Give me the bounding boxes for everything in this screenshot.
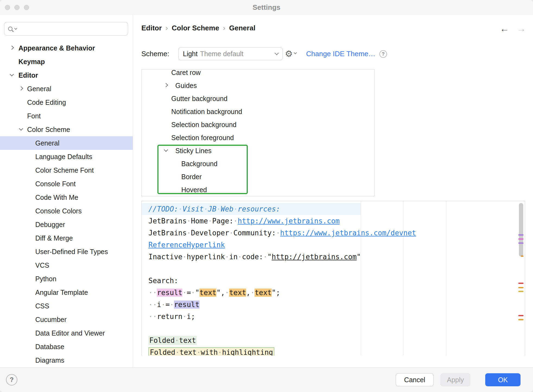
chevron-right-icon[interactable] [164, 83, 168, 87]
sidebar-item-general[interactable]: General [0, 82, 133, 96]
option-item-border[interactable]: Border [142, 170, 374, 183]
chevron-down-icon[interactable] [164, 148, 168, 152]
option-item-guides[interactable]: Guides [142, 79, 374, 92]
sidebar-item-css[interactable]: CSS [0, 299, 133, 313]
titlebar: Settings [0, 0, 533, 15]
sidebar-item-code-with-me[interactable]: Code With Me [0, 191, 133, 204]
sidebar-item-appearance-behavior[interactable]: Appearance & Behavior [0, 41, 133, 55]
sidebar-item-general[interactable]: General [0, 136, 133, 150]
chevron-right-icon[interactable] [10, 46, 14, 50]
sidebar-item-keymap[interactable]: Keymap [0, 55, 133, 68]
help-button[interactable]: ? [6, 374, 17, 385]
option-item-notification-background[interactable]: Notification background [142, 105, 374, 118]
sidebar-item-color-scheme-font[interactable]: Color Scheme Font [0, 163, 133, 177]
gear-icon: ⚙ [285, 49, 293, 58]
sidebar-item-label: Python [35, 275, 56, 283]
sidebar-item-console-font[interactable]: Console Font [0, 177, 133, 191]
back-arrow-icon[interactable]: ← [500, 23, 509, 34]
error-stripe-mark[interactable] [518, 234, 524, 236]
sidebar-item-angular-template[interactable]: Angular Template [0, 286, 133, 299]
option-item-sticky-lines[interactable]: Sticky Lines [142, 144, 374, 157]
option-item-gutter-background[interactable]: Gutter background [142, 92, 374, 105]
breadcrumb-general: General [229, 24, 255, 32]
error-stripe-mark[interactable] [518, 287, 524, 288]
error-stripe-mark[interactable] [521, 255, 524, 257]
error-stripe-mark[interactable] [518, 238, 524, 240]
search-history-chevron-icon[interactable] [14, 27, 17, 30]
code-line [142, 263, 525, 275]
settings-search-box[interactable] [4, 22, 128, 36]
sidebar-item-diagrams[interactable]: Diagrams [0, 353, 133, 367]
scheme-dropdown[interactable]: Light Theme default [178, 47, 283, 60]
scrollbar-thumb[interactable] [519, 203, 523, 257]
sidebar-item-color-scheme[interactable]: Color Scheme [0, 123, 133, 136]
code-line: Folded·text·with·highlighting [142, 346, 525, 356]
error-stripe-mark[interactable] [518, 315, 524, 316]
sidebar-item-data-editor-and-viewer[interactable]: Data Editor and Viewer [0, 326, 133, 340]
scheme-dropdown-value: Light [183, 50, 198, 58]
sidebar-item-cucumber[interactable]: Cucumber [0, 313, 133, 326]
option-item-label: Hovered [181, 186, 207, 194]
sidebar-item-diff-merge[interactable]: Diff & Merge [0, 231, 133, 245]
option-item-label: Sticky Lines [175, 147, 211, 155]
sidebar-item-debugger[interactable]: Debugger [0, 218, 133, 231]
sidebar-item-vcs[interactable]: VCS [0, 258, 133, 272]
zoom-button[interactable] [24, 5, 29, 10]
chevron-down-icon[interactable] [10, 72, 14, 77]
code-line: Folded·text [142, 334, 525, 346]
sidebar-item-editor[interactable]: Editor [0, 68, 133, 82]
cancel-button[interactable]: Cancel [396, 373, 434, 386]
search-input[interactable] [20, 23, 128, 34]
error-stripe-mark[interactable] [518, 291, 524, 292]
sidebar-item-label: Cucumber [35, 316, 66, 324]
sidebar-item-database[interactable]: Database [0, 340, 133, 353]
scheme-label: Scheme: [141, 50, 178, 58]
error-stripe-mark[interactable] [518, 283, 524, 284]
chevron-down-icon [294, 51, 297, 54]
sidebar-item-code-editing[interactable]: Code Editing [0, 96, 133, 109]
option-item-selection-background[interactable]: Selection background [142, 118, 374, 131]
breadcrumb-separator-icon: › [223, 24, 226, 32]
chevron-down-icon [275, 51, 279, 55]
traffic-lights [5, 5, 29, 10]
chevron-right-icon[interactable] [19, 86, 23, 91]
option-item-label: Guides [175, 82, 197, 90]
sidebar-item-label: Angular Template [35, 289, 88, 296]
sidebar-item-label: Diagrams [35, 356, 64, 364]
code-line: Search: [142, 275, 525, 287]
error-stripe-mark[interactable] [518, 242, 524, 244]
sidebar-item-label: Appearance & Behavior [18, 44, 95, 52]
sidebar-item-label: Console Colors [35, 207, 82, 215]
code-line: JetBrains·Developer·Community:·https://w… [142, 227, 525, 239]
sidebar-item-label: Code With Me [35, 194, 78, 201]
sidebar-item-language-defaults[interactable]: Language Defaults [0, 150, 133, 163]
sidebar-tree: Appearance & BehaviorKeymapEditorGeneral… [0, 41, 133, 367]
sidebar-item-console-colors[interactable]: Console Colors [0, 204, 133, 218]
change-ide-theme-link[interactable]: Change IDE Theme… [306, 47, 375, 60]
chevron-down-icon[interactable] [19, 127, 23, 131]
sidebar-item-user-defined-file-types[interactable]: User-Defined File Types [0, 245, 133, 258]
option-item-caret-row[interactable]: Caret row [142, 69, 374, 79]
option-item-background[interactable]: Background [142, 157, 374, 170]
apply-button[interactable]: Apply [440, 373, 470, 386]
breadcrumb-color-scheme[interactable]: Color Scheme [172, 24, 219, 32]
sidebar-item-font[interactable]: Font [0, 109, 133, 123]
sidebar-item-label: General [27, 85, 51, 93]
scheme-actions-button[interactable]: ⚙ [285, 47, 296, 60]
sidebar-item-python[interactable]: Python [0, 272, 133, 286]
option-item-label: Caret row [171, 69, 201, 77]
option-item-hovered[interactable]: Hovered [142, 183, 374, 196]
ok-button[interactable]: OK [485, 373, 521, 386]
help-icon[interactable]: ? [379, 50, 387, 58]
color-options-list: Caret rowGuidesGutter backgroundNotifica… [141, 69, 375, 196]
minimize-button[interactable] [14, 5, 20, 10]
forward-arrow-icon[interactable]: → [517, 23, 526, 34]
close-button[interactable] [5, 5, 10, 10]
scheme-preview[interactable]: //TODO:·Visit·JB·Web·resources:JetBrains… [141, 201, 525, 356]
code-line: Inactive·hyperlink·in·code:·"http://jetb… [142, 251, 525, 263]
option-item-selection-foreground[interactable]: Selection foreground [142, 131, 374, 144]
error-stripe-mark[interactable] [518, 319, 524, 320]
sidebar-item-label: VCS [35, 261, 49, 269]
breadcrumb-editor[interactable]: Editor [141, 24, 162, 32]
code-line: ··i·=·result [142, 299, 525, 311]
